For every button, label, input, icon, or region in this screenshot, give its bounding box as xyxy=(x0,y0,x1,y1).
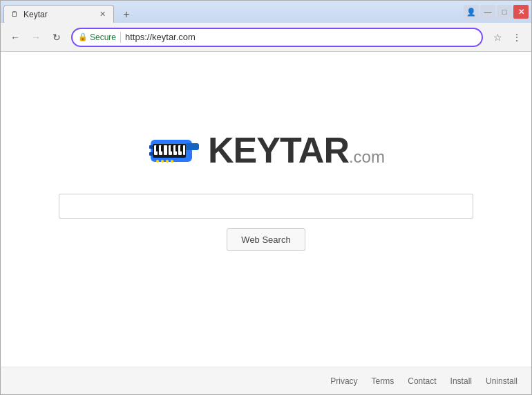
page-footer: Privacy Terms Contact Install Uninstall xyxy=(1,367,531,394)
page-content: KEYTAR .com Web Search Privacy Terms Co xyxy=(1,52,531,394)
svg-point-18 xyxy=(171,160,173,163)
svg-rect-10 xyxy=(156,145,158,151)
browser-menu-button[interactable]: ⋮ xyxy=(508,28,526,46)
bookmark-button[interactable]: ☆ xyxy=(488,28,506,46)
svg-rect-5 xyxy=(164,145,167,155)
svg-point-16 xyxy=(161,160,164,163)
search-input[interactable] xyxy=(59,194,473,219)
url-text: https://keytar.com xyxy=(125,32,476,42)
tab-title: Keytar xyxy=(23,10,48,19)
svg-rect-20 xyxy=(149,152,153,156)
footer-contact-link[interactable]: Contact xyxy=(408,376,436,386)
footer-privacy-link[interactable]: Privacy xyxy=(330,376,357,386)
svg-rect-12 xyxy=(171,145,173,151)
logo-text: KEYTAR .com xyxy=(208,129,385,171)
svg-rect-11 xyxy=(161,145,163,151)
web-search-button[interactable]: Web Search xyxy=(227,228,305,251)
secure-badge: 🔒 Secure xyxy=(78,33,116,42)
address-separator xyxy=(120,32,121,43)
window-controls: 👤 — □ ✕ xyxy=(464,2,531,23)
page-main: KEYTAR .com Web Search xyxy=(59,52,473,367)
maximize-button[interactable]: □ xyxy=(497,5,512,19)
svg-point-15 xyxy=(156,160,159,163)
close-button[interactable]: ✕ xyxy=(513,5,529,19)
lock-icon: 🔒 xyxy=(78,33,88,42)
window-frame: 🗒 Keytar ✕ + 👤 — □ ✕ ← → ↻ 🔒 Secure http… xyxy=(0,0,532,395)
svg-rect-13 xyxy=(175,145,178,151)
svg-point-17 xyxy=(166,160,169,163)
toolbar-right: ☆ ⋮ xyxy=(488,28,526,46)
forward-button[interactable]: → xyxy=(27,28,45,46)
new-tab-button[interactable]: + xyxy=(117,7,136,22)
user-button[interactable]: 👤 xyxy=(464,5,479,19)
address-bar[interactable]: 🔒 Secure https://keytar.com xyxy=(71,28,483,47)
browser-tab[interactable]: 🗒 Keytar ✕ xyxy=(3,5,114,23)
minimize-button[interactable]: — xyxy=(480,5,495,19)
svg-rect-19 xyxy=(149,145,153,149)
logo-area: KEYTAR .com xyxy=(147,126,385,174)
svg-rect-1 xyxy=(185,143,199,150)
svg-rect-14 xyxy=(180,145,182,151)
search-area: Web Search xyxy=(59,194,473,251)
footer-uninstall-link[interactable]: Uninstall xyxy=(486,376,517,386)
tab-close-button[interactable]: ✕ xyxy=(97,9,108,20)
footer-install-link[interactable]: Install xyxy=(450,376,472,386)
keytar-logo-image xyxy=(147,126,202,174)
logo-dotcom-text: .com xyxy=(349,147,385,167)
tab-area: 🗒 Keytar ✕ + xyxy=(1,5,464,23)
back-button[interactable]: ← xyxy=(6,28,24,46)
title-bar: 🗒 Keytar ✕ + 👤 — □ ✕ xyxy=(1,1,531,23)
tab-favicon: 🗒 xyxy=(10,10,19,19)
secure-label: Secure xyxy=(90,33,116,42)
logo-keytar-text: KEYTAR xyxy=(208,129,349,171)
svg-rect-9 xyxy=(183,145,185,155)
browser-toolbar: ← → ↻ 🔒 Secure https://keytar.com ☆ ⋮ xyxy=(1,23,531,52)
refresh-button[interactable]: ↻ xyxy=(48,28,66,46)
footer-terms-link[interactable]: Terms xyxy=(372,376,395,386)
